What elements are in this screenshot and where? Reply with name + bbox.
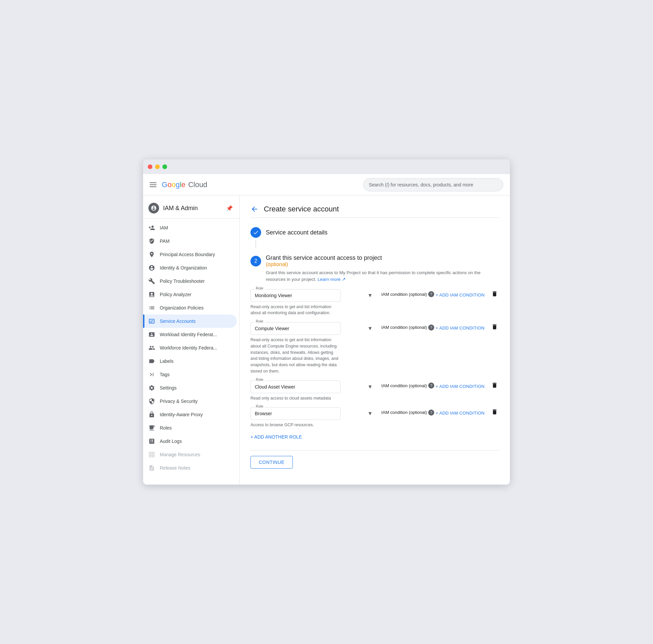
role-left-2: Role Compute Viewer ▼ Read-only access t… <box>250 322 376 375</box>
role-right-1: IAM condition (optional) ? + ADD IAM CON… <box>382 289 485 297</box>
sidebar-item-label: Service Accounts <box>160 318 195 324</box>
sidebar-item-label: Identity & Organization <box>160 265 207 270</box>
location-icon <box>148 251 155 258</box>
sidebar-item-organization-policies[interactable]: Organization Policies <box>143 301 237 314</box>
sidebar-item-label: Roles <box>160 425 172 431</box>
app-window: Google Cloud Search (/) for resources, d… <box>143 160 510 484</box>
sidebar-item-audit-logs[interactable]: Audit Logs <box>143 434 237 448</box>
help-icon-1[interactable]: ? <box>428 291 434 297</box>
step1-header: Service account details <box>250 227 499 238</box>
sidebar-item-labels[interactable]: Labels <box>143 355 237 368</box>
add-iam-btn-4[interactable]: + ADD IAM CONDITION <box>436 410 485 415</box>
minimize-btn[interactable] <box>155 164 160 169</box>
help-icon-3[interactable]: ? <box>428 383 434 388</box>
iam-condition-section-1: IAM condition (optional) ? + ADD IAM CON… <box>382 291 485 297</box>
sidebar-item-policy-analyzer[interactable]: Policy Analyzer <box>143 288 237 301</box>
close-btn[interactable] <box>148 164 152 169</box>
sidebar-header: IAM & Admin 📌 <box>143 199 239 218</box>
step2-circle: 2 <box>250 256 261 266</box>
maximize-btn[interactable] <box>163 164 167 169</box>
role-description-3: Read only access to cloud assets metadat… <box>250 395 340 402</box>
step2-header: 2 Grant this service account access to p… <box>250 255 499 267</box>
sidebar-item-privacy-security[interactable]: Privacy & Security <box>143 395 237 408</box>
group-icon <box>148 344 155 351</box>
sidebar-item-label: Policy Analyzer <box>160 292 191 297</box>
step2-titles: Grant this service account access to pro… <box>266 255 382 267</box>
role-label-2: Role <box>255 319 265 323</box>
iam-condition-section-4: IAM condition (optional) ? + ADD IAM CON… <box>382 409 485 415</box>
search-bar[interactable]: Search (/) for resources, docs, products… <box>363 178 503 191</box>
pin-icon[interactable]: 📌 <box>226 205 233 211</box>
help-icon-4[interactable]: ? <box>428 409 434 415</box>
sidebar-item-release-notes[interactable]: Release Notes <box>143 461 237 475</box>
sidebar-item-label: Labels <box>160 359 173 364</box>
dropdown-arrow-2: ▼ <box>367 326 373 332</box>
sidebar-item-identity-aware-proxy[interactable]: Identity-Aware Proxy <box>143 408 237 421</box>
search-placeholder: Search (/) for resources, docs, products… <box>369 182 473 187</box>
help-icon-2[interactable]: ? <box>428 325 434 331</box>
role-select-wrapper-1: Role Monitoring Viewer ▼ <box>250 289 376 302</box>
sidebar-item-manage-resources[interactable]: Manage Resources <box>143 448 237 461</box>
sidebar-item-pam[interactable]: PAM <box>143 235 237 248</box>
list-icon <box>148 305 155 311</box>
sidebar-item-workload-identity[interactable]: Workload Identity Federat... <box>143 328 237 341</box>
dropdown-arrow-1: ▼ <box>367 292 373 299</box>
step-divider <box>256 240 256 248</box>
role-left-3: Role Cloud Asset Viewer ▼ Read only acce… <box>250 381 376 402</box>
chevron-icon <box>148 371 155 378</box>
id-card-icon <box>148 331 155 338</box>
sidebar-item-tags[interactable]: Tags <box>143 368 237 381</box>
role-label-3: Role <box>255 378 265 382</box>
role-right-3: IAM condition (optional) ? + ADD IAM CON… <box>382 381 485 389</box>
step1-circle <box>250 227 261 238</box>
add-iam-btn-2[interactable]: + ADD IAM CONDITION <box>436 326 485 331</box>
sidebar-item-label: Audit Logs <box>160 438 182 444</box>
role-description-4: Access to browse GCP resources. <box>250 422 340 428</box>
sidebar-item-workforce-identity[interactable]: Workforce Identity Federa... <box>143 341 237 355</box>
continue-button[interactable]: CONTINUE <box>250 456 293 469</box>
sidebar-item-label: Identity-Aware Proxy <box>160 412 203 417</box>
role-select-2[interactable]: Compute Viewer <box>250 322 340 335</box>
sidebar-item-label: PAM <box>160 238 169 244</box>
sidebar-item-label: IAM <box>160 225 168 231</box>
sidebar-item-service-accounts[interactable]: Service Accounts <box>143 314 237 328</box>
iam-condition-section-3: IAM condition (optional) ? + ADD IAM CON… <box>382 383 485 389</box>
sidebar-item-label: Policy Troubleshooter <box>160 279 205 284</box>
google-logo: Google Cloud <box>162 181 208 189</box>
learn-more-link[interactable]: Learn more ↗ <box>317 277 346 282</box>
page-header: Create service account <box>250 205 499 218</box>
add-iam-btn-1[interactable]: + ADD IAM CONDITION <box>436 292 485 297</box>
sidebar-item-label: Privacy & Security <box>160 399 198 404</box>
wrench-icon <box>148 278 155 285</box>
sidebar-item-iam[interactable]: IAM <box>143 221 237 235</box>
sidebar-item-roles[interactable]: Roles <box>143 421 237 434</box>
report-icon <box>148 291 155 298</box>
person-circle-icon <box>148 264 155 271</box>
delete-role-btn-4[interactable] <box>490 407 499 416</box>
gear-icon <box>148 384 155 391</box>
step2-section: 2 Grant this service account access to p… <box>250 255 499 469</box>
back-button[interactable] <box>250 205 259 213</box>
add-iam-btn-3[interactable]: + ADD IAM CONDITION <box>436 384 485 389</box>
step2-title: Grant this service account access to pro… <box>266 255 382 261</box>
sidebar: IAM & Admin 📌 IAM PAM Princi <box>143 195 240 484</box>
top-header: Google Cloud Search (/) for resources, d… <box>143 174 510 195</box>
sidebar-item-settings[interactable]: Settings <box>143 381 237 395</box>
grid-icon <box>148 451 155 458</box>
hamburger-menu[interactable] <box>150 183 156 187</box>
sidebar-item-identity-organization[interactable]: Identity & Organization <box>143 261 237 275</box>
role-select-wrapper-2: Role Compute Viewer ▼ <box>250 322 376 335</box>
iam-condition-label-3: IAM condition (optional) <box>382 383 427 388</box>
delete-role-btn-1[interactable] <box>490 289 499 299</box>
role-row-1: Role Monitoring Viewer ▼ Read-only acces… <box>250 289 499 316</box>
role-select-3[interactable]: Cloud Asset Viewer <box>250 381 340 393</box>
sidebar-item-label: Settings <box>160 385 177 390</box>
sidebar-item-principal-access-boundary[interactable]: Principal Access Boundary <box>143 248 237 261</box>
role-select-4[interactable]: Browser <box>250 407 340 420</box>
delete-role-btn-3[interactable] <box>490 381 499 390</box>
delete-role-btn-2[interactable] <box>490 322 499 332</box>
add-another-role-button[interactable]: + ADD ANOTHER ROLE <box>250 434 302 439</box>
sidebar-item-policy-troubleshooter[interactable]: Policy Troubleshooter <box>143 275 237 288</box>
role-select-1[interactable]: Monitoring Viewer <box>250 289 340 302</box>
role-select-wrapper-4: Role Browser ▼ <box>250 407 376 420</box>
